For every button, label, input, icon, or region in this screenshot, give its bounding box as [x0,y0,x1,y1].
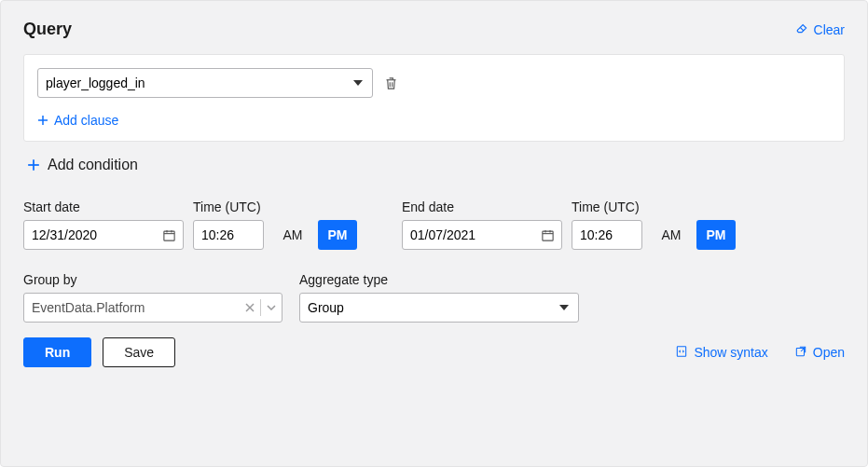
open-label: Open [813,345,845,360]
plus-icon [37,115,48,126]
show-syntax-label: Show syntax [694,345,767,360]
show-syntax-button[interactable]: Show syntax [675,345,767,361]
plus-icon [27,158,40,172]
event-select[interactable]: player_logged_in [37,68,373,98]
add-condition-button[interactable]: Add condition [27,157,845,173]
end-am-button[interactable]: AM [652,220,691,250]
start-date-input[interactable] [23,220,184,250]
start-time-input[interactable] [193,220,264,250]
start-am-button[interactable]: AM [273,220,312,250]
start-time-label: Time (UTC) [193,199,264,214]
groupby-select[interactable]: EventData.Platform [23,293,282,323]
add-condition-label: Add condition [48,157,138,173]
datetime-row: Start date Time (UTC) AM PM End date [23,199,845,250]
eraser-icon [795,21,808,37]
svg-rect-17 [678,346,686,356]
end-ampm-group: AM PM [652,220,736,250]
open-icon [794,345,807,361]
footer-row: Run Save Show syntax Open [23,337,845,367]
chevron-down-icon[interactable] [261,294,282,322]
start-date-label: Start date [23,199,184,214]
end-datetime-group: End date Time (UTC) AM PM [402,199,736,250]
panel-header: Query Clear [1,1,867,54]
start-ampm-group: AM PM [273,220,357,250]
svg-line-0 [800,27,804,31]
end-date-label: End date [402,199,562,214]
code-icon [675,345,688,361]
add-clause-label: Add clause [54,113,118,128]
clear-label: Clear [814,22,845,37]
query-panel: Query Clear player_logged_in [0,0,868,467]
end-date-input[interactable] [402,220,562,250]
aggregate-select[interactable]: Group [299,293,579,323]
trash-icon[interactable] [384,76,398,90]
groupby-aggregate-row: Group by EventData.Platform Aggregate ty… [23,272,845,323]
end-time-input[interactable] [572,220,642,250]
run-button[interactable]: Run [23,337,91,367]
groupby-label: Group by [23,272,282,287]
end-time-label: Time (UTC) [572,199,642,214]
save-button[interactable]: Save [103,337,175,367]
groupby-value: EventData.Platform [32,300,145,315]
event-row: player_logged_in [37,68,831,98]
start-datetime-group: Start date Time (UTC) AM PM [23,199,357,250]
close-icon[interactable] [240,294,260,322]
add-clause-button[interactable]: Add clause [37,113,831,128]
clear-button[interactable]: Clear [795,21,845,37]
open-button[interactable]: Open [794,345,845,361]
start-pm-button[interactable]: PM [318,220,357,250]
conditions-card: player_logged_in Add clause [23,54,845,142]
end-pm-button[interactable]: PM [696,220,736,250]
aggregate-label: Aggregate type [299,272,579,287]
panel-title: Query [23,20,72,39]
